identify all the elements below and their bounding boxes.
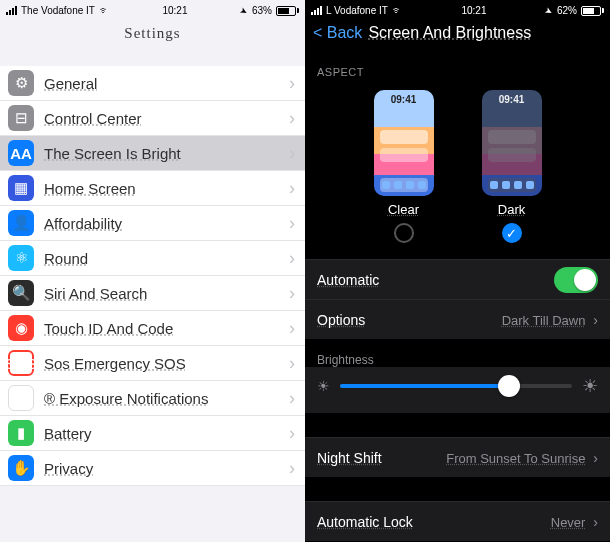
chevron-right-icon: › <box>289 388 295 409</box>
night-shift-row[interactable]: Night Shift From Sunset To Sunrise › <box>305 437 610 477</box>
settings-row-exposure[interactable]: ⊙ ® Exposure Notifications › <box>0 381 305 416</box>
settings-list: ⚙︎ General › ⊟ Control Center › AA The S… <box>0 66 305 486</box>
brightness-label: Brightness <box>305 339 610 367</box>
gear-icon: ⚙︎ <box>8 70 34 96</box>
battery-pct: 62% <box>557 5 577 16</box>
settings-row-privacy[interactable]: ✋ Privacy › <box>0 451 305 486</box>
chevron-right-icon: › <box>289 178 295 199</box>
slider-thumb[interactable] <box>498 375 520 397</box>
carrier-label: L Vodafone IT <box>326 5 388 16</box>
settings-row-label: General <box>44 75 289 92</box>
sun-big-icon: ☀︎ <box>582 375 598 397</box>
settings-row-label: Touch ID And Code <box>44 320 289 337</box>
auto-lock-row[interactable]: Automatic Lock Never › <box>305 501 610 541</box>
page-title: Settings <box>124 25 180 41</box>
screen-title: Screen And Brightness <box>368 24 531 42</box>
settings-row-label: Affordability <box>44 215 289 232</box>
settings-row-label: Privacy <box>44 460 289 477</box>
settings-row-label: ® Exposure Notifications <box>44 390 289 407</box>
options-value: Dark Till Dawn <box>502 313 586 328</box>
signal-icon <box>6 6 17 15</box>
appearance-option-clear[interactable]: 09:41 Clear <box>374 90 434 243</box>
text-size-icon: AA <box>8 140 34 166</box>
settings-row-label: Siri And Search <box>44 285 289 302</box>
status-time: 10:21 <box>162 5 187 16</box>
settings-row-label: The Screen Is Bright <box>44 145 289 162</box>
battery-pct: 63% <box>252 5 272 16</box>
chevron-right-icon: › <box>589 312 598 328</box>
chevron-right-icon: › <box>289 458 295 479</box>
thumb-time: 09:41 <box>482 94 542 105</box>
chevron-right-icon: › <box>289 248 295 269</box>
settings-title: Settings <box>0 18 305 52</box>
status-bar-right: L Vodafone IT ᯤ 10:21 ➤ 62% <box>305 0 610 18</box>
settings-row-touch-id[interactable]: ◉ Touch ID And Code › <box>0 311 305 346</box>
wifi-icon: ᯤ <box>99 5 110 16</box>
sos-icon: SOS <box>8 350 34 376</box>
options-row[interactable]: Options Dark Till Dawn › <box>305 299 610 339</box>
chevron-right-icon: › <box>589 514 598 530</box>
appearance-option-dark[interactable]: 09:41 Dark ✓ <box>482 90 542 243</box>
section-aspect-label: ASPECT <box>305 52 610 86</box>
sun-small-icon: ☀︎ <box>317 378 330 394</box>
settings-row-label: Sos Emergency SOS <box>44 355 289 372</box>
automatic-toggle[interactable] <box>554 267 598 293</box>
loc-icon: ➤ <box>543 4 555 17</box>
person-icon: 👤 <box>8 210 34 236</box>
settings-row-general[interactable]: ⚙︎ General › <box>0 66 305 101</box>
settings-row-control-center[interactable]: ⊟ Control Center › <box>0 101 305 136</box>
back-label: Back <box>327 24 363 41</box>
appearance-thumb-dark: 09:41 <box>482 90 542 196</box>
nav-header: < Back Screen And Brightness <box>305 18 610 52</box>
settings-row-sos[interactable]: SOS Sos Emergency SOS › <box>0 346 305 381</box>
chevron-right-icon: › <box>289 283 295 304</box>
loc-icon: ➤ <box>238 4 250 17</box>
auto-lock-label: Automatic Lock <box>317 514 413 530</box>
atom-icon: ⚛︎ <box>8 245 34 271</box>
chevron-right-icon: › <box>289 213 295 234</box>
display-settings-screen: L Vodafone IT ᯤ 10:21 ➤ 62% < Back Scree… <box>305 0 610 542</box>
signal-icon <box>311 6 322 15</box>
settings-row-battery[interactable]: ▮ Battery › <box>0 416 305 451</box>
chevron-right-icon: › <box>289 108 295 129</box>
chevron-right-icon: › <box>289 423 295 444</box>
appearance-name: Clear <box>388 202 419 217</box>
brightness-row: ☀︎ ☀︎ <box>305 367 610 413</box>
settings-row-label: Battery <box>44 425 289 442</box>
appearance-picker: 09:41 Clear 09:41 Dark ✓ <box>305 86 610 249</box>
chevron-right-icon: › <box>589 450 598 466</box>
auto-lock-value: Never <box>551 515 586 530</box>
settings-row-wallpaper[interactable]: ⚛︎ Round › <box>0 241 305 276</box>
carrier-label: The Vodafone IT <box>21 5 95 16</box>
settings-row-label: Round <box>44 250 289 267</box>
night-shift-label: Night Shift <box>317 450 382 466</box>
fingerprint-icon: ◉ <box>8 315 34 341</box>
settings-screen: The Vodafone IT ᯤ 10:21 ➤ 63% Settings ⚙… <box>0 0 305 542</box>
switches-icon: ⊟ <box>8 105 34 131</box>
automatic-row: Automatic <box>305 259 610 299</box>
chevron-right-icon: › <box>289 143 295 164</box>
exposure-icon: ⊙ <box>8 385 34 411</box>
brightness-slider[interactable]: ☀︎ ☀︎ <box>317 375 598 397</box>
battery-icon <box>581 6 604 16</box>
radio-unselected-icon[interactable] <box>394 223 414 243</box>
grid-icon: ▦ <box>8 175 34 201</box>
appearance-thumb-clear: 09:41 <box>374 90 434 196</box>
chevron-right-icon: › <box>289 73 295 94</box>
night-shift-value: From Sunset To Sunrise <box>446 451 585 466</box>
thumb-time: 09:41 <box>374 94 434 105</box>
chevron-right-icon: › <box>289 318 295 339</box>
chevron-right-icon: › <box>289 353 295 374</box>
settings-row-display[interactable]: AA The Screen Is Bright › <box>0 136 305 171</box>
settings-row-siri[interactable]: 🔍 Siri And Search › <box>0 276 305 311</box>
hand-icon: ✋ <box>8 455 34 481</box>
settings-row-label: Home Screen <box>44 180 289 197</box>
settings-row-label: Control Center <box>44 110 289 127</box>
automatic-label: Automatic <box>317 272 379 288</box>
settings-row-home-screen[interactable]: ▦ Home Screen › <box>0 171 305 206</box>
radio-selected-icon[interactable]: ✓ <box>502 223 522 243</box>
back-button[interactable]: < Back <box>313 24 362 42</box>
status-bar-left: The Vodafone IT ᯤ 10:21 ➤ 63% <box>0 0 305 18</box>
settings-row-accessibility[interactable]: 👤 Affordability › <box>0 206 305 241</box>
battery-icon <box>276 6 299 16</box>
